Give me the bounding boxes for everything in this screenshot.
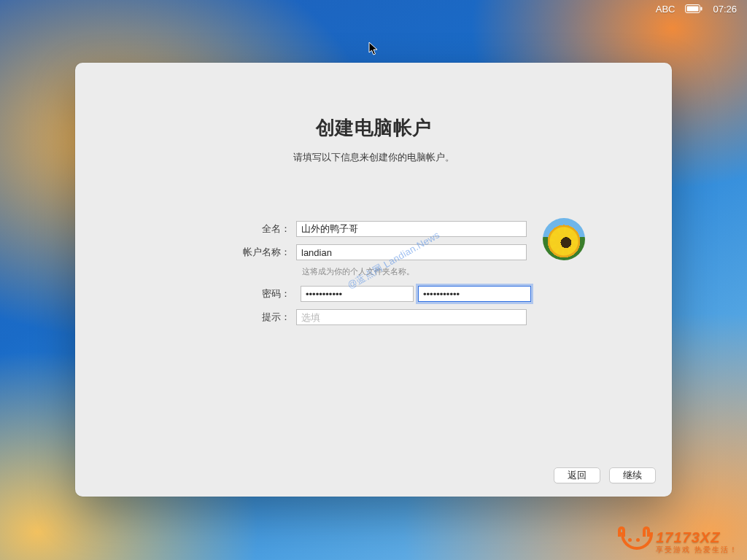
password-label: 密码： bbox=[216, 287, 296, 300]
back-button[interactable]: 返回 bbox=[554, 467, 600, 483]
account-name-helper: 这将成为你的个人文件夹名称。 bbox=[302, 266, 531, 277]
password-confirm-input[interactable] bbox=[418, 286, 531, 302]
svg-rect-2 bbox=[701, 7, 703, 11]
input-source-indicator[interactable]: ABC bbox=[656, 4, 676, 15]
brand-name: 17173XZ bbox=[656, 530, 738, 545]
battery-icon[interactable] bbox=[685, 4, 703, 13]
footer-buttons: 返回 继续 bbox=[554, 467, 656, 483]
svg-rect-1 bbox=[687, 7, 699, 12]
full-name-label: 全名： bbox=[216, 222, 296, 236]
account-name-label: 帐户名称： bbox=[216, 246, 296, 259]
page-title: 创建电脑帐户 bbox=[75, 115, 672, 141]
menubar-clock[interactable]: 07:26 bbox=[713, 4, 737, 15]
continue-button[interactable]: 继续 bbox=[609, 467, 656, 483]
account-name-input[interactable] bbox=[296, 244, 527, 260]
brand-tagline: 享受游戏 热爱生活！ bbox=[656, 546, 738, 553]
hint-input[interactable] bbox=[296, 309, 527, 325]
account-avatar[interactable] bbox=[543, 218, 585, 260]
hint-label: 提示： bbox=[216, 311, 296, 324]
setup-window: 创建电脑帐户 请填写以下信息来创建你的电脑帐户。 全名： 帐户名称： 这将成为你… bbox=[75, 63, 672, 497]
desktop-background: ABC 07:26 创建电脑帐户 请填写以下信息来创建你的电脑帐户。 全名： 帐… bbox=[0, 0, 747, 560]
menubar: ABC 07:26 bbox=[646, 0, 747, 18]
brand-logo-icon bbox=[618, 529, 650, 554]
account-form: 全名： 帐户名称： 这将成为你的个人文件夹名称。 密码： 提示： bbox=[216, 219, 531, 331]
page-subtitle: 请填写以下信息来创建你的电脑帐户。 bbox=[75, 151, 672, 164]
site-brand: 17173XZ 享受游戏 热爱生活！ bbox=[618, 529, 738, 554]
full-name-input[interactable] bbox=[296, 221, 527, 237]
cursor-icon bbox=[368, 42, 379, 59]
password-input[interactable] bbox=[301, 286, 414, 302]
